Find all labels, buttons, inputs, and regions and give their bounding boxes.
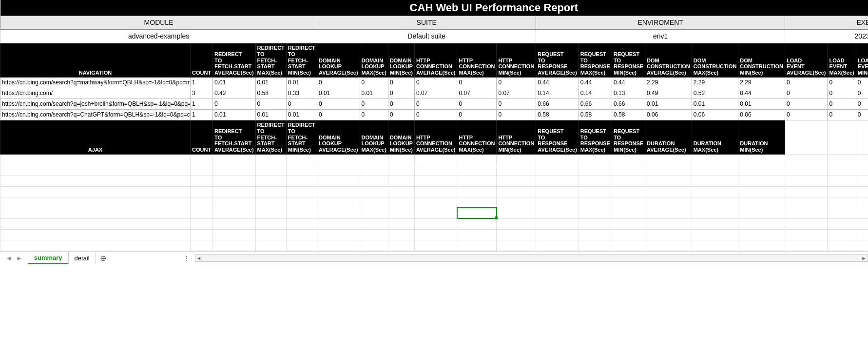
- data-cell[interactable]: 0.42: [213, 88, 255, 98]
- data-cell[interactable]: 0: [457, 109, 497, 120]
- scroll-left-icon[interactable]: ◄: [195, 255, 203, 261]
- empty-cell[interactable]: [856, 154, 868, 165]
- empty-cell[interactable]: [191, 154, 213, 165]
- empty-cell[interactable]: [360, 208, 388, 218]
- empty-cell[interactable]: [213, 240, 255, 251]
- data-cell[interactable]: 0: [388, 109, 414, 120]
- data-cell[interactable]: 0: [828, 109, 856, 120]
- empty-cell[interactable]: [213, 197, 255, 208]
- horizontal-scrollbar[interactable]: ◄ ►: [195, 254, 868, 262]
- empty-cell[interactable]: [692, 218, 738, 229]
- navigation-cell[interactable]: https://cn.bing.com/search?q=mathway&for…: [0, 77, 191, 88]
- empty-cell[interactable]: [612, 218, 645, 229]
- data-cell[interactable]: 0: [213, 98, 255, 109]
- data-cell[interactable]: 0.44: [738, 88, 785, 98]
- empty-cell[interactable]: [191, 186, 213, 197]
- empty-cell[interactable]: [785, 197, 827, 208]
- data-cell[interactable]: 0.01: [738, 98, 785, 109]
- empty-cell[interactable]: [692, 197, 738, 208]
- empty-cell[interactable]: [579, 218, 612, 229]
- empty-cell[interactable]: [785, 154, 827, 165]
- data-cell[interactable]: 0: [856, 98, 868, 109]
- empty-cell[interactable]: [738, 154, 785, 165]
- empty-cell[interactable]: [255, 218, 286, 229]
- data-cell[interactable]: 0: [414, 98, 457, 109]
- empty-cell[interactable]: [738, 208, 785, 218]
- empty-cell[interactable]: [457, 197, 497, 208]
- data-cell[interactable]: 0.58: [536, 109, 579, 120]
- empty-cell[interactable]: [286, 229, 317, 240]
- empty-cell[interactable]: [497, 197, 536, 208]
- empty-cell[interactable]: [579, 154, 612, 165]
- empty-cell[interactable]: [0, 240, 191, 251]
- empty-cell[interactable]: [738, 186, 785, 197]
- empty-cell[interactable]: [856, 165, 868, 176]
- data-cell[interactable]: 0.13: [612, 88, 645, 98]
- empty-cell[interactable]: [645, 197, 692, 208]
- data-cell[interactable]: 0: [856, 109, 868, 120]
- empty-cell[interactable]: [286, 218, 317, 229]
- empty-cell[interactable]: [536, 208, 579, 218]
- empty-cell[interactable]: [0, 229, 191, 240]
- empty-cell[interactable]: [856, 208, 868, 218]
- empty-cell[interactable]: [785, 229, 827, 240]
- empty-cell[interactable]: [856, 218, 868, 229]
- empty-cell[interactable]: [856, 197, 868, 208]
- empty-cell[interactable]: [414, 240, 457, 251]
- data-cell[interactable]: 3: [191, 88, 213, 98]
- data-cell[interactable]: 0.01: [360, 88, 388, 98]
- empty-cell[interactable]: [856, 186, 868, 197]
- empty-cell[interactable]: [388, 240, 414, 251]
- empty-cell[interactable]: [213, 165, 255, 176]
- empty-cell[interactable]: [388, 197, 414, 208]
- empty-cell[interactable]: [497, 154, 536, 165]
- empty-cell[interactable]: [457, 229, 497, 240]
- data-cell[interactable]: 0: [388, 77, 414, 88]
- empty-cell[interactable]: [692, 165, 738, 176]
- data-cell[interactable]: 1: [191, 98, 213, 109]
- data-cell[interactable]: 0.44: [612, 77, 645, 88]
- empty-cell[interactable]: [191, 208, 213, 218]
- empty-cell[interactable]: [612, 165, 645, 176]
- empty-cell[interactable]: [856, 176, 868, 186]
- data-cell[interactable]: 0.06: [738, 109, 785, 120]
- empty-cell[interactable]: [414, 208, 457, 218]
- empty-cell[interactable]: [213, 154, 255, 165]
- empty-cell[interactable]: [255, 186, 286, 197]
- empty-cell[interactable]: [645, 154, 692, 165]
- empty-cell[interactable]: [785, 218, 827, 229]
- navigation-cell[interactable]: https://cn.bing.com/: [0, 88, 191, 98]
- data-cell[interactable]: 1: [191, 109, 213, 120]
- empty-cell[interactable]: [856, 229, 868, 240]
- empty-cell[interactable]: [0, 176, 191, 186]
- empty-cell[interactable]: [255, 165, 286, 176]
- empty-cell[interactable]: [692, 154, 738, 165]
- empty-cell[interactable]: [828, 240, 856, 251]
- empty-cell[interactable]: [388, 176, 414, 186]
- empty-cell[interactable]: [785, 165, 827, 176]
- empty-cell[interactable]: [536, 197, 579, 208]
- data-cell[interactable]: 0.06: [692, 109, 738, 120]
- empty-cell[interactable]: [828, 154, 856, 165]
- empty-cell[interactable]: [0, 197, 191, 208]
- empty-cell[interactable]: [255, 197, 286, 208]
- empty-cell[interactable]: [692, 208, 738, 218]
- empty-cell[interactable]: [497, 229, 536, 240]
- empty-cell[interactable]: [828, 218, 856, 229]
- empty-cell[interactable]: [360, 154, 388, 165]
- empty-cell[interactable]: [692, 240, 738, 251]
- empty-cell[interactable]: [738, 165, 785, 176]
- data-cell[interactable]: 0.01: [213, 77, 255, 88]
- empty-cell[interactable]: [738, 176, 785, 186]
- data-cell[interactable]: 0: [828, 77, 856, 88]
- data-cell[interactable]: 0: [286, 98, 317, 109]
- empty-cell[interactable]: [738, 229, 785, 240]
- empty-cell[interactable]: [388, 165, 414, 176]
- data-cell[interactable]: 0.01: [255, 109, 286, 120]
- empty-cell[interactable]: [579, 208, 612, 218]
- empty-cell[interactable]: [536, 218, 579, 229]
- data-cell[interactable]: 2.29: [738, 77, 785, 88]
- data-cell[interactable]: 0.66: [579, 98, 612, 109]
- data-cell[interactable]: 0.14: [579, 88, 612, 98]
- empty-cell[interactable]: [286, 240, 317, 251]
